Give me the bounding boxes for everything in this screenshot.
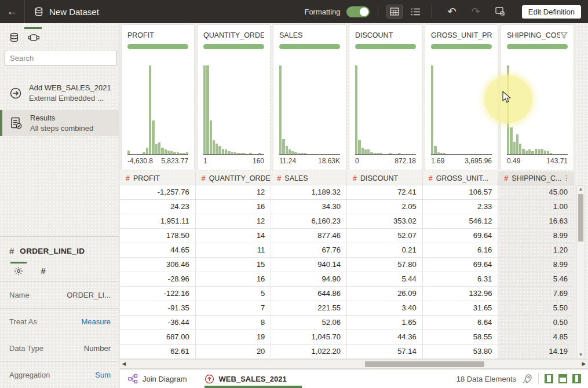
dataset-tab-label: WEB_SALES_2021: [219, 375, 287, 383]
divider: [538, 373, 539, 385]
table-cell: 67.76: [271, 243, 347, 257]
property-value[interactable]: Measure: [81, 317, 111, 326]
histogram-bar: [237, 153, 239, 154]
filter-funnel-icon[interactable]: [560, 32, 568, 39]
histogram-bar: [228, 151, 230, 154]
scroll-down-arrow[interactable]: ▼: [577, 352, 585, 358]
max-value-label: 872.18: [395, 157, 416, 166]
selected-column-name: ORDER_LINE_ID: [20, 247, 85, 255]
toggle-left-panel-icon[interactable]: [545, 374, 553, 383]
formatting-toggle[interactable]: [346, 6, 370, 17]
histogram-bar: [167, 151, 170, 154]
data-elements-count: 18 Data Elements: [456, 375, 516, 383]
vertical-scroll-thumb[interactable]: [578, 194, 583, 241]
redo-icon: ↷: [472, 6, 480, 17]
histogram-bar: [143, 152, 145, 154]
column-header-sales[interactable]: #SALES: [271, 171, 347, 185]
histogram-bar: [127, 151, 130, 154]
table-cell: 19: [196, 330, 272, 344]
table-cell: 106.57: [423, 185, 499, 199]
column-header-label: GROSS_UNIT...: [436, 174, 488, 182]
histogram-bar: [286, 146, 288, 154]
column-menu-icon[interactable]: ⋮: [563, 174, 570, 182]
data-quality-bar: [431, 44, 492, 49]
scroll-right-arrow[interactable]: ▶: [580, 360, 588, 368]
subtab-general[interactable]: [14, 266, 23, 276]
sidebar-item-add-dataset[interactable]: Add WEB_SALES_2021 External Embedded ...: [0, 80, 119, 106]
table-cell: 178.50: [120, 229, 196, 243]
table-cell: 26.09: [347, 287, 423, 301]
property-row-data-type: Data TypeNumber: [0, 335, 119, 362]
column-header-profit[interactable]: #PROFIT: [120, 171, 196, 185]
column-card-quantity-ordered[interactable]: QUANTITY_ORDERED1160: [197, 24, 271, 170]
table-cell: 5.50: [498, 301, 574, 315]
arrow-circle-icon: [9, 87, 22, 100]
tab-data[interactable]: [9, 32, 19, 42]
toggle-right-panel-icon[interactable]: [572, 374, 581, 383]
column-header-shipping-c-[interactable]: #SHIPPING_C...⋮: [498, 171, 574, 185]
table-cell: 57.80: [347, 258, 423, 272]
histogram-bar: [389, 153, 391, 154]
list-view-button[interactable]: [407, 5, 423, 19]
edit-definition-button[interactable]: Edit Definition: [522, 5, 581, 19]
histogram: [355, 65, 416, 155]
table-cell: 0.50: [498, 316, 574, 330]
scroll-left-arrow[interactable]: ◀: [120, 360, 128, 368]
redo-button[interactable]: ↷: [472, 6, 480, 17]
horizontal-scroll-thumb[interactable]: [365, 361, 484, 367]
histogram-bar: [516, 134, 518, 154]
data-quality-bar: [127, 44, 188, 49]
histogram-bar: [370, 152, 372, 154]
histogram: [431, 65, 492, 155]
inspect-button[interactable]: [495, 7, 505, 16]
sidebar-item-results[interactable]: Results All steps combined: [0, 110, 119, 136]
table-cell: 877.46: [271, 229, 347, 243]
join-diagram-tab[interactable]: Join Diagram: [128, 369, 187, 388]
back-button[interactable]: ←: [0, 0, 24, 23]
vertical-scrollbar[interactable]: ▲ ▼: [576, 185, 585, 359]
histogram-bar: [206, 65, 209, 154]
item-title: Add WEB_SALES_2021: [29, 83, 111, 92]
histogram-bar: [146, 148, 148, 154]
table-cell: 1.65: [347, 316, 423, 330]
toggle-bottom-panel-icon[interactable]: [558, 374, 567, 383]
undo-button[interactable]: ↶: [448, 6, 456, 17]
subtab-number-format[interactable]: #: [41, 266, 45, 276]
table-row: 24.231634.302.052.331.00: [120, 200, 574, 214]
column-header-gross-unit-[interactable]: #GROSS_UNIT...: [423, 171, 499, 185]
column-card-profit[interactable]: PROFIT-4,630.85,823.77: [121, 24, 195, 170]
horizontal-scrollbar[interactable]: ◀ ▶: [120, 359, 588, 369]
histogram-bar: [186, 152, 188, 154]
property-label: Name: [9, 291, 30, 299]
card-title-row: PROFIT: [127, 31, 188, 40]
list-view-icon: [411, 8, 420, 16]
table-cell: 62.61: [120, 345, 196, 358]
number-type-icon: #: [9, 246, 14, 256]
column-card-gross-unit-pr-[interactable]: GROSS_UNIT_PR...1.693,695.96: [425, 24, 498, 170]
histogram-bar: [443, 153, 445, 154]
table-cell: 306.46: [120, 258, 196, 272]
table-cell: 1,189.32: [271, 185, 347, 199]
search-input[interactable]: [5, 50, 117, 66]
table-row: 178.5014877.4652.0769.648.99: [120, 229, 574, 243]
column-header-quantity-orde-[interactable]: #QUANTITY_ORDE...: [196, 171, 272, 185]
grid-view-button[interactable]: [386, 5, 403, 19]
histogram-bar: [364, 149, 367, 154]
histogram-bar: [301, 153, 303, 154]
column-card-shipping-cost[interactable]: SHIPPING_COST0.49143.71: [501, 24, 574, 170]
max-value-label: 3,695.96: [465, 157, 492, 166]
scroll-up-arrow[interactable]: ▲: [577, 186, 585, 193]
property-value[interactable]: Sum: [95, 371, 111, 379]
table-cell: 2.05: [347, 200, 423, 214]
properties-subtabs: #: [0, 262, 119, 282]
histogram-bar: [243, 153, 246, 154]
column-card-sales[interactable]: SALES11.2418.63K: [273, 24, 346, 170]
column-card-discount[interactable]: DISCOUNT0872.18: [349, 24, 422, 170]
dataset-tab-web-sales-2021[interactable]: WEB_SALES_2021: [204, 369, 302, 388]
tab-preparation-steps[interactable]: [28, 34, 39, 41]
histogram-bar: [210, 120, 212, 154]
quality-insights-icon[interactable]: [522, 374, 532, 384]
column-header-discount[interactable]: #DISCOUNT: [347, 171, 423, 185]
dataset-editor-window: ← New Dataset Formatting: [0, 0, 588, 388]
histogram-bar: [149, 65, 151, 154]
